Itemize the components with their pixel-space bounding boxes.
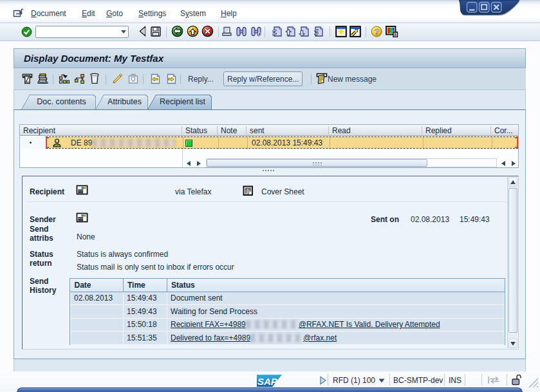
row-selector-cell[interactable] xyxy=(20,136,46,149)
scroll-right-button[interactable] xyxy=(194,159,204,167)
toolbar-separator xyxy=(330,26,330,37)
distribution-list-icon[interactable] xyxy=(74,73,85,84)
history-cell-date[interactable] xyxy=(71,305,124,319)
menu-item-settings[interactable]: Settings xyxy=(138,9,166,18)
history-col-status[interactable]: Status xyxy=(167,279,505,292)
menu-item-edit[interactable]: Edit xyxy=(82,9,95,18)
column-header-note[interactable]: Note xyxy=(218,126,247,135)
close-button[interactable] xyxy=(492,3,502,13)
history-status-link[interactable]: Delivered to fax=+4989@rfax.net xyxy=(171,333,337,342)
forward-icon[interactable] xyxy=(59,73,70,84)
first-page-icon[interactable] xyxy=(272,26,283,37)
history-cell-time[interactable]: 15:51:35 xyxy=(124,331,167,345)
edit-pencil-icon[interactable] xyxy=(112,73,123,84)
background-window-edge[interactable] xyxy=(17,387,523,392)
scrollbar-thumb[interactable] xyxy=(207,159,427,167)
save-icon[interactable] xyxy=(150,26,162,37)
history-cell-time[interactable]: 15:49:43 xyxy=(124,292,167,305)
resubmission-icon[interactable] xyxy=(22,73,33,84)
svg-text:?: ? xyxy=(374,27,379,37)
last-page-icon[interactable] xyxy=(313,26,324,37)
status-expand-icon[interactable] xyxy=(319,376,327,385)
tab-doc-contents[interactable]: Doc. contents xyxy=(21,95,96,109)
column-header-replied[interactable]: Replied xyxy=(422,126,491,135)
sent-on-date: 02.08.2013 xyxy=(411,215,449,224)
history-row[interactable]: 15:49:43 Waiting for Send Process xyxy=(71,305,505,319)
new-message-icon[interactable] xyxy=(316,73,328,85)
help-icon[interactable]: ? xyxy=(371,26,383,37)
find-icon[interactable] xyxy=(236,26,247,37)
column-header-cor[interactable]: Cor... xyxy=(491,126,518,135)
print-icon[interactable] xyxy=(221,26,232,37)
scrollbar-thumb[interactable] xyxy=(508,188,517,333)
history-cell-date[interactable] xyxy=(71,318,124,331)
cover-sheet-text: Cover Sheet xyxy=(261,187,304,196)
history-cell-time[interactable]: 15:49:43 xyxy=(124,305,167,319)
back-icon[interactable] xyxy=(171,25,183,37)
scroll-left-button[interactable] xyxy=(183,159,194,167)
cancel-icon[interactable] xyxy=(201,25,214,37)
delete-trash-icon[interactable] xyxy=(89,73,100,84)
history-cell-time[interactable]: 15:50:18 xyxy=(124,318,167,331)
command-field-dropdown-icon[interactable] xyxy=(121,30,126,33)
arrow-right-icon xyxy=(197,161,201,166)
history-col-time[interactable]: Time xyxy=(124,279,167,292)
new-message-button[interactable]: New message xyxy=(328,75,377,84)
reply-button[interactable]: Reply... xyxy=(188,75,214,84)
history-row[interactable]: 02.08.2013 15:49:43 Document sent xyxy=(71,292,505,305)
menu-item-system[interactable]: System xyxy=(180,9,206,18)
exit-icon[interactable] xyxy=(187,25,199,37)
system-menu-icon[interactable] xyxy=(12,8,24,18)
history-col-date[interactable]: Date xyxy=(71,279,124,292)
column-header-status[interactable]: Status xyxy=(182,126,218,135)
new-session-icon[interactable] xyxy=(335,26,347,37)
tab-recipient-list[interactable]: Recipient list xyxy=(147,95,212,109)
column-header-recipient[interactable]: Recipient xyxy=(20,126,182,135)
find-next-icon[interactable] xyxy=(250,26,263,37)
tab-attributes[interactable]: Attributes xyxy=(95,95,148,109)
scroll-up-button[interactable] xyxy=(508,177,517,187)
scroll-left-button-right[interactable] xyxy=(498,159,508,167)
menu-item-help[interactable]: Help xyxy=(221,9,237,18)
scrollbar-track[interactable] xyxy=(206,158,497,167)
history-cell-status[interactable]: Recipient FAX=+4989@RFAX.NET Is Valid. D… xyxy=(167,318,505,331)
page-up-icon[interactable] xyxy=(285,26,297,37)
scroll-down-button[interactable] xyxy=(508,339,517,348)
customize-layout-icon[interactable] xyxy=(386,26,398,37)
scroll-right-button-right[interactable] xyxy=(508,159,519,167)
column-header-sent[interactable]: sent xyxy=(247,126,329,135)
back-arrow-icon[interactable] xyxy=(138,26,148,37)
page-down-icon[interactable] xyxy=(299,26,310,37)
sender-document-icon[interactable] xyxy=(76,212,89,223)
detail-vertical-scrollbar xyxy=(507,177,517,348)
command-field[interactable] xyxy=(35,26,129,38)
document-stack-icon[interactable] xyxy=(37,73,49,84)
resize-grip[interactable] xyxy=(528,378,539,387)
session-info[interactable]: RFD (1) 100 xyxy=(333,376,375,385)
standard-toolbar: ? xyxy=(0,23,540,41)
reply-with-reference-button[interactable]: Reply w/Reference... xyxy=(223,71,303,86)
create-shortcut-icon[interactable] xyxy=(349,26,361,37)
splitter-handle[interactable] xyxy=(262,169,275,172)
export-box-icon[interactable] xyxy=(128,73,139,84)
table-row-selected[interactable]: DE 89 02.08.2013 15:49:43 xyxy=(46,136,518,149)
recipient-document-icon[interactable] xyxy=(76,185,89,196)
enter-check-icon[interactable] xyxy=(21,26,32,37)
previous-document-icon[interactable] xyxy=(149,73,162,84)
history-row[interactable]: 15:50:18 Recipient FAX=+4989@RFAX.NET Is… xyxy=(71,318,505,331)
menu-item-goto[interactable]: Goto xyxy=(106,9,123,18)
history-cell-status[interactable]: Waiting for Send Process xyxy=(167,305,505,319)
history-status-link[interactable]: Recipient FAX=+4989@RFAX.NET Is Valid. D… xyxy=(171,320,440,329)
next-document-icon[interactable] xyxy=(165,73,178,84)
cover-sheet-icon[interactable] xyxy=(243,185,254,196)
history-cell-date[interactable] xyxy=(71,331,124,345)
history-cell-status[interactable]: Delivered to fax=+4989@rfax.net xyxy=(167,331,505,345)
column-header-read[interactable]: Read xyxy=(329,126,422,135)
minimize-button[interactable] xyxy=(467,3,478,13)
history-row[interactable]: 15:51:35 Delivered to fax=+4989@rfax.net xyxy=(71,331,505,345)
maximize-button[interactable] xyxy=(479,3,490,13)
history-cell-date[interactable]: 02.08.2013 xyxy=(71,292,124,305)
history-cell-status[interactable]: Document sent xyxy=(167,292,505,305)
menu-item-document[interactable]: Document xyxy=(31,9,66,18)
session-dropdown-icon[interactable] xyxy=(378,378,385,383)
